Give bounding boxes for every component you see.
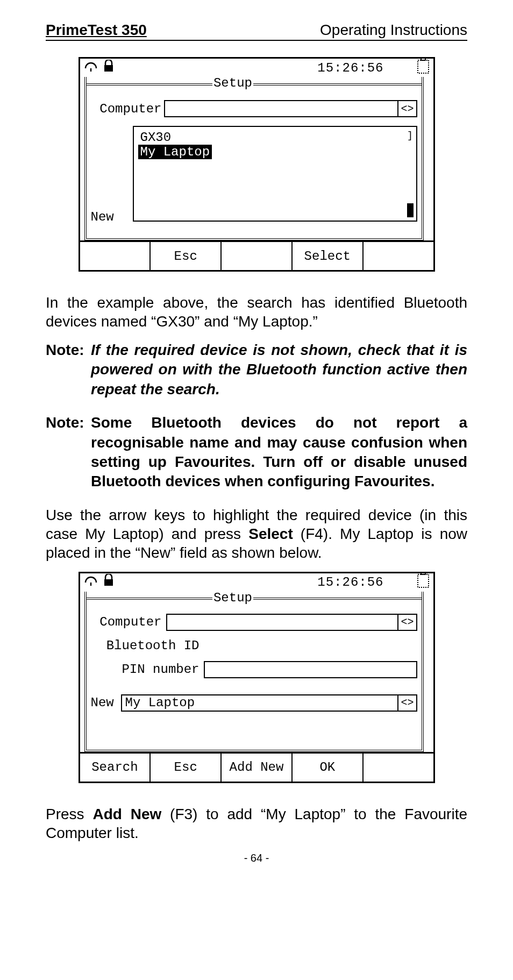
softkey-f1[interactable]: Search bbox=[80, 754, 151, 782]
new-field[interactable]: My Laptop bbox=[121, 694, 399, 712]
device-screen-1: 15:26:56 Setup Computer <> GX30 My Lapto… bbox=[79, 57, 435, 272]
computer-field[interactable] bbox=[166, 614, 399, 631]
computer-field[interactable] bbox=[164, 100, 399, 117]
new-label: New bbox=[91, 695, 121, 710]
paragraph: In the example above, the search has ide… bbox=[46, 293, 467, 331]
pin-field[interactable] bbox=[204, 661, 417, 678]
softkey-f3[interactable]: Add New bbox=[222, 754, 293, 782]
status-time: 15:26:56 bbox=[317, 61, 383, 75]
note-label: Note: bbox=[46, 340, 91, 399]
frame-title: Setup bbox=[212, 591, 253, 605]
computer-arrows[interactable]: <> bbox=[398, 614, 417, 631]
battery-icon bbox=[416, 58, 430, 78]
header-section: Operating Instructions bbox=[320, 22, 467, 39]
svg-rect-2 bbox=[418, 60, 429, 73]
bluetooth-id-value bbox=[204, 638, 417, 654]
note-label: Note: bbox=[46, 413, 91, 492]
softkey-f2[interactable]: Esc bbox=[151, 754, 222, 782]
frame-title: Setup bbox=[212, 76, 253, 90]
setup-frame: Setup Computer <> Bluetooth ID PIN numbe… bbox=[84, 592, 424, 752]
device-screen-2: 15:26:56 Setup Computer <> Bluetooth ID bbox=[79, 572, 435, 783]
setup-frame: Setup Computer <> GX30 My Laptop ] N bbox=[84, 77, 424, 240]
status-bar: 15:26:56 bbox=[80, 59, 433, 77]
softkey-f4[interactable]: Select bbox=[293, 242, 364, 270]
computer-arrows[interactable]: <> bbox=[398, 100, 417, 117]
softkey-bar: Esc Select bbox=[80, 240, 433, 270]
list-item[interactable]: My Laptop bbox=[138, 145, 212, 159]
plug-icon bbox=[83, 575, 99, 590]
softkey-f5[interactable] bbox=[364, 242, 433, 270]
lock-icon bbox=[103, 574, 115, 591]
paragraph: Use the arrow keys to highlight the requ… bbox=[46, 506, 467, 562]
svg-rect-5 bbox=[104, 579, 113, 586]
new-arrows[interactable]: <> bbox=[398, 694, 417, 712]
softkey-f1[interactable] bbox=[80, 242, 151, 270]
softkey-f4[interactable]: OK bbox=[293, 754, 364, 782]
pin-label: PIN number bbox=[91, 662, 204, 677]
computer-label: Computer bbox=[91, 102, 164, 116]
device-listbox[interactable]: GX30 My Laptop ] bbox=[133, 126, 417, 222]
note-body: If the required device is not shown, che… bbox=[91, 340, 467, 399]
softkey-f3[interactable] bbox=[222, 242, 293, 270]
lock-icon bbox=[103, 60, 115, 76]
note-2: Note: Some Bluetooth devices do not repo… bbox=[46, 413, 467, 492]
svg-rect-3 bbox=[421, 58, 425, 60]
bluetooth-id-label: Bluetooth ID bbox=[91, 638, 204, 653]
svg-rect-1 bbox=[104, 65, 113, 72]
scroll-thumb[interactable] bbox=[407, 203, 414, 217]
page-number: - 64 - bbox=[46, 852, 467, 864]
battery-icon bbox=[416, 572, 430, 592]
softkey-bar: Search Esc Add New OK bbox=[80, 752, 433, 782]
status-time: 15:26:56 bbox=[317, 575, 383, 590]
header-product: PrimeTest 350 bbox=[46, 22, 147, 39]
list-item[interactable]: GX30 bbox=[138, 130, 174, 145]
page-header: PrimeTest 350 Operating Instructions bbox=[46, 22, 467, 41]
svg-rect-7 bbox=[421, 572, 425, 574]
new-label: New bbox=[91, 210, 114, 224]
scrollbar[interactable]: ] bbox=[404, 127, 416, 221]
svg-rect-6 bbox=[418, 574, 429, 587]
softkey-f5[interactable] bbox=[364, 754, 433, 782]
note-body: Some Bluetooth devices do not report a r… bbox=[91, 413, 467, 492]
paragraph: Press Add New (F3) to add “My Laptop” to… bbox=[46, 805, 467, 842]
computer-label: Computer bbox=[91, 615, 166, 629]
status-bar: 15:26:56 bbox=[80, 573, 433, 592]
scroll-up-icon[interactable]: ] bbox=[407, 130, 413, 141]
softkey-f2[interactable]: Esc bbox=[151, 242, 222, 270]
plug-icon bbox=[83, 61, 99, 75]
note-1: Note: If the required device is not show… bbox=[46, 340, 467, 399]
